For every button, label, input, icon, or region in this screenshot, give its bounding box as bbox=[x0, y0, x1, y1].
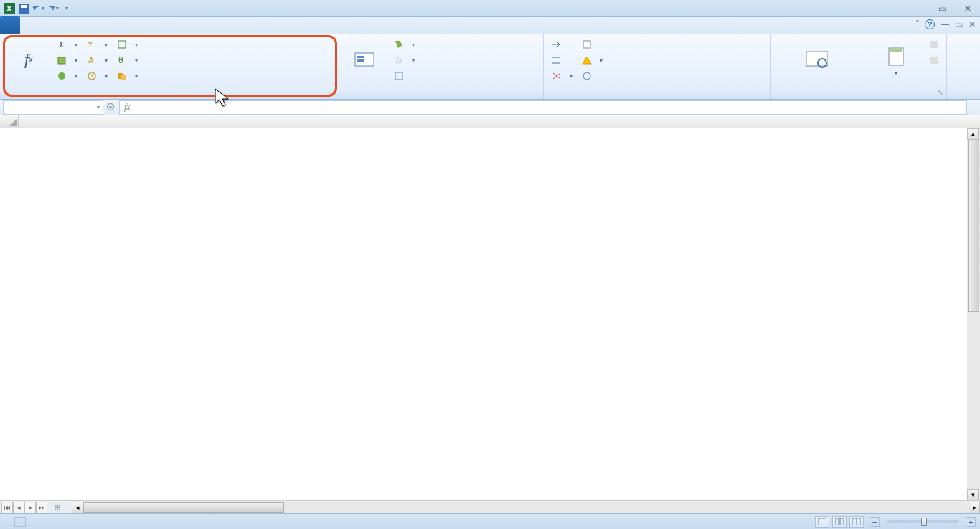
show-formulas-icon bbox=[581, 39, 593, 50]
text-button[interactable]: A bbox=[83, 52, 110, 68]
tab-nav-last[interactable]: ⏭ bbox=[36, 502, 47, 513]
trace-precedents-button[interactable] bbox=[548, 37, 575, 52]
spreadsheet-grid[interactable]: ▴ ▾ bbox=[0, 115, 980, 500]
define-name-button[interactable] bbox=[390, 37, 418, 52]
page-layout-view-button[interactable] bbox=[832, 516, 847, 528]
svg-text:A: A bbox=[88, 56, 94, 65]
name-box[interactable] bbox=[3, 100, 103, 115]
wb-minimize-icon[interactable]: — bbox=[941, 19, 949, 29]
error-icon bbox=[581, 54, 593, 66]
sigma-icon: Σ bbox=[56, 39, 67, 50]
more-functions-button[interactable] bbox=[113, 68, 141, 84]
formula-bar-row: ⦿ fx bbox=[0, 100, 980, 115]
create-from-selection-button[interactable] bbox=[390, 68, 418, 84]
fx-use-icon: fx bbox=[393, 54, 405, 66]
create-icon bbox=[393, 70, 405, 82]
macro-record-icon[interactable] bbox=[14, 517, 26, 527]
group-defined-names: fx bbox=[334, 34, 544, 99]
remove-arrows-button[interactable] bbox=[548, 68, 575, 84]
svg-rect-4 bbox=[58, 57, 65, 64]
horizontal-scrollbar[interactable]: ◂ ▸ bbox=[72, 502, 980, 513]
svg-rect-12 bbox=[121, 75, 126, 80]
svg-rect-27 bbox=[840, 518, 844, 525]
minimize-icon[interactable]: — bbox=[907, 4, 925, 14]
show-formulas-button[interactable] bbox=[578, 37, 606, 52]
formula-bar[interactable]: fx bbox=[119, 100, 967, 115]
fx-icon: fx bbox=[124, 102, 131, 113]
tab-nav-next[interactable]: ▸ bbox=[24, 502, 36, 513]
svg-rect-15 bbox=[357, 59, 364, 62]
scroll-up-button[interactable]: ▴ bbox=[967, 128, 979, 140]
select-all-corner[interactable] bbox=[0, 115, 19, 128]
dialog-launcher[interactable]: ⤡ bbox=[936, 89, 945, 97]
evaluate-icon bbox=[581, 70, 593, 82]
fx-icon: fx bbox=[17, 48, 40, 71]
logical-button[interactable]: ? bbox=[83, 37, 110, 52]
use-in-formula-button[interactable]: fx bbox=[390, 52, 418, 68]
group-formula-auditing bbox=[544, 34, 771, 99]
scroll-left-button[interactable]: ◂ bbox=[72, 502, 83, 513]
undo-button[interactable] bbox=[32, 2, 44, 15]
save-icon[interactable] bbox=[17, 2, 30, 15]
group-watch-window bbox=[771, 34, 862, 99]
recent-icon bbox=[56, 54, 67, 66]
watch-window-button[interactable] bbox=[775, 37, 857, 84]
financial-button[interactable] bbox=[53, 68, 80, 84]
file-tab[interactable] bbox=[0, 16, 20, 34]
evaluate-formula-button[interactable] bbox=[578, 68, 606, 84]
ribbon-tabs: ˇ ? — ▭ ✕ bbox=[0, 17, 980, 34]
svg-point-18 bbox=[583, 72, 590, 80]
insert-function-button[interactable]: fx bbox=[4, 37, 53, 84]
zoom-out-button[interactable]: − bbox=[870, 517, 880, 527]
tab-nav-prev[interactable]: ◂ bbox=[13, 502, 24, 513]
quick-access-toolbar: X ▾ bbox=[3, 2, 73, 15]
calculation-options-button[interactable]: ▾ bbox=[867, 37, 925, 84]
wb-restore-icon[interactable]: ▭ bbox=[955, 19, 963, 29]
tag-icon bbox=[393, 39, 405, 50]
group-function-library: fx Σ ? A θ bbox=[0, 34, 334, 99]
calc-sheet-button[interactable] bbox=[925, 52, 943, 68]
redo-button[interactable] bbox=[46, 2, 59, 15]
watch-icon bbox=[805, 48, 828, 71]
clock-icon bbox=[86, 70, 98, 82]
recently-used-button[interactable] bbox=[53, 52, 80, 68]
svg-rect-3 bbox=[21, 5, 27, 8]
restore-icon[interactable]: ▭ bbox=[933, 4, 951, 14]
lookup-button[interactable] bbox=[113, 37, 141, 52]
error-checking-button[interactable] bbox=[578, 52, 606, 68]
wb-close-icon[interactable]: ✕ bbox=[969, 19, 976, 29]
group-calculation: ▾ ⤡ bbox=[862, 34, 947, 99]
calc-now-button[interactable] bbox=[925, 37, 943, 52]
more-icon bbox=[116, 70, 128, 82]
tab-nav-first[interactable]: ⏮ bbox=[1, 502, 13, 513]
vertical-scrollbar[interactable]: ▴ ▾ bbox=[967, 128, 980, 500]
svg-text:?: ? bbox=[88, 40, 93, 49]
close-icon[interactable]: ✕ bbox=[958, 4, 977, 14]
scroll-right-button[interactable]: ▸ bbox=[969, 502, 980, 513]
help-icon[interactable]: ? bbox=[925, 19, 935, 29]
title-bar: X ▾ — ▭ ✕ bbox=[0, 0, 980, 17]
ribbon-minimize-icon[interactable]: ˇ bbox=[916, 19, 919, 29]
new-sheet-button[interactable]: ⊕ bbox=[50, 502, 65, 513]
ribbon: fx Σ ? A θ bbox=[0, 34, 980, 100]
calc-icon bbox=[885, 45, 908, 68]
precedents-icon bbox=[551, 39, 562, 50]
svg-rect-23 bbox=[930, 41, 938, 48]
zoom-slider[interactable] bbox=[887, 520, 958, 523]
excel-icon: X bbox=[3, 2, 16, 15]
name-manager-button[interactable] bbox=[339, 37, 390, 84]
normal-view-button[interactable] bbox=[815, 516, 829, 528]
math-button[interactable]: θ bbox=[113, 52, 141, 68]
trace-dependents-button[interactable] bbox=[548, 52, 575, 68]
qat-customize[interactable]: ▾ bbox=[60, 2, 73, 15]
datetime-button[interactable] bbox=[83, 68, 110, 84]
scroll-thumb[interactable] bbox=[83, 502, 284, 513]
text-icon: A bbox=[86, 54, 98, 66]
fx-cancel-icon: ⦿ bbox=[103, 103, 118, 113]
scroll-thumb[interactable] bbox=[968, 140, 979, 312]
calc-now-icon bbox=[928, 39, 940, 50]
zoom-in-button[interactable]: + bbox=[966, 517, 976, 527]
scroll-down-button[interactable]: ▾ bbox=[967, 489, 979, 500]
page-break-view-button[interactable] bbox=[849, 516, 864, 528]
autosum-button[interactable]: Σ bbox=[53, 37, 80, 52]
